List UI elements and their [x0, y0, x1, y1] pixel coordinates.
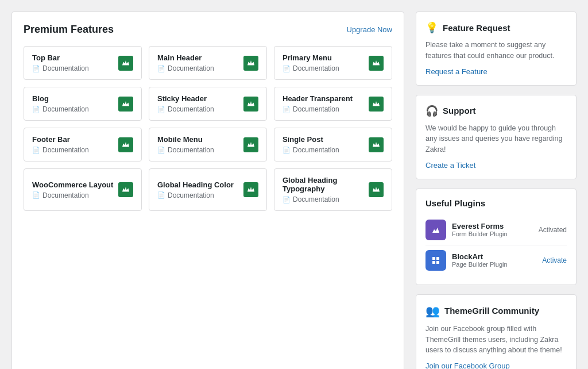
- feature-name: WooCommerce Layout: [32, 180, 113, 189]
- plugin-logo: [425, 250, 446, 271]
- doc-icon: 📄: [157, 106, 165, 113]
- feature-card-info: WooCommerce Layout 📄 Documentation: [32, 180, 113, 199]
- community-title: 👥 ThemeGrill Community: [425, 304, 567, 318]
- doc-icon: 📄: [283, 196, 291, 203]
- svg-rect-0: [432, 257, 435, 260]
- crown-icon: [122, 141, 130, 149]
- feature-doc: 📄 Documentation: [32, 105, 89, 113]
- feature-card: Global Heading Color 📄 Documentation: [149, 168, 267, 211]
- feature-name: Global Heading Typography: [283, 176, 369, 193]
- premium-badge: [369, 56, 384, 71]
- feature-doc: 📄 Documentation: [283, 146, 339, 154]
- premium-badge: [369, 137, 384, 152]
- plugin-info: BlockArt Page Builder Plugin: [452, 252, 536, 268]
- doc-icon: 📄: [283, 106, 291, 113]
- plugin-name: Everest Forms: [452, 222, 533, 230]
- premium-badge: [243, 182, 258, 197]
- plugin-logo: [425, 220, 446, 240]
- crown-icon: [372, 186, 380, 194]
- feature-request-desc: Please take a moment to suggest any feat…: [425, 40, 567, 62]
- feature-card-info: Top Bar 📄 Documentation: [32, 53, 89, 72]
- features-grid: Top Bar 📄 Documentation Main Header 📄 Do…: [24, 46, 392, 211]
- premium-badge: [243, 137, 258, 152]
- feature-doc: 📄 Documentation: [283, 195, 369, 203]
- upgrade-now-link[interactable]: Upgrade Now: [347, 25, 393, 34]
- doc-icon: 📄: [157, 65, 165, 72]
- svg-rect-3: [436, 261, 439, 264]
- svg-rect-2: [432, 261, 435, 264]
- crown-icon: [247, 186, 255, 194]
- useful-plugins-card: Useful Plugins Everest Forms Form Builde…: [416, 189, 577, 285]
- premium-badge: [118, 182, 133, 197]
- crown-icon: [372, 141, 380, 149]
- doc-icon: 📄: [157, 147, 165, 154]
- main-header: Premium Features Upgrade Now: [24, 24, 392, 36]
- plugin-activate-link[interactable]: Activate: [542, 256, 567, 264]
- feature-name: Main Header: [157, 53, 214, 62]
- crown-icon: [122, 59, 130, 67]
- feature-card: Single Post 📄 Documentation: [274, 128, 392, 162]
- crown-icon: [122, 186, 130, 194]
- feature-card-info: Single Post 📄 Documentation: [283, 135, 339, 154]
- feature-card-info: Primary Menu 📄 Documentation: [283, 53, 339, 72]
- request-feature-link[interactable]: Request a Feature: [425, 67, 488, 76]
- feature-doc: 📄 Documentation: [32, 146, 89, 154]
- feature-card: Mobile Menu 📄 Documentation: [149, 128, 267, 162]
- main-content: Premium Features Upgrade Now Top Bar 📄 D…: [11, 11, 404, 369]
- support-card: 🎧 Support We would be happy to guide you…: [416, 95, 577, 179]
- feature-name: Mobile Menu: [157, 135, 214, 144]
- crown-icon: [122, 100, 130, 108]
- feature-name: Global Heading Color: [157, 180, 234, 189]
- support-desc: We would be happy to guide you through a…: [425, 123, 567, 155]
- feature-card-info: Main Header 📄 Documentation: [157, 53, 214, 72]
- crown-icon: [372, 59, 380, 67]
- feature-card-info: Global Heading Typography 📄 Documentatio…: [283, 176, 369, 203]
- feature-card: WooCommerce Layout 📄 Documentation: [24, 168, 142, 211]
- feature-card: Footer Bar 📄 Documentation: [24, 128, 142, 162]
- feature-card: Global Heading Typography 📄 Documentatio…: [274, 168, 392, 211]
- crown-icon: [247, 141, 255, 149]
- crown-icon: [372, 100, 380, 108]
- plugin-info: Everest Forms Form Builder Plugin: [452, 222, 533, 237]
- premium-badge: [243, 97, 258, 112]
- community-card: 👥 ThemeGrill Community Join our Facebook…: [416, 294, 577, 369]
- doc-icon: 📄: [283, 147, 291, 154]
- feature-doc: 📄 Documentation: [157, 146, 214, 154]
- premium-badge: [118, 97, 133, 112]
- doc-icon: 📄: [32, 147, 40, 154]
- plugin-name: BlockArt: [452, 252, 536, 261]
- feature-card: Main Header 📄 Documentation: [149, 46, 267, 80]
- community-desc: Join our Facebook group filled with Them…: [425, 324, 567, 356]
- support-title: 🎧 Support: [425, 105, 567, 117]
- useful-plugins-title: Useful Plugins: [425, 198, 567, 208]
- feature-card-info: Sticky Header 📄 Documentation: [157, 94, 214, 113]
- plugins-list: Everest Forms Form Builder Plugin Activa…: [425, 215, 567, 275]
- feature-card: Sticky Header 📄 Documentation: [149, 87, 267, 121]
- bulb-icon: 💡: [425, 21, 438, 34]
- plugin-item: BlockArt Page Builder Plugin Activate: [425, 245, 567, 275]
- page-wrapper: Premium Features Upgrade Now Top Bar 📄 D…: [0, 0, 588, 369]
- doc-icon: 📄: [32, 191, 40, 199]
- crown-icon: [247, 100, 255, 108]
- feature-card-info: Global Heading Color 📄 Documentation: [157, 180, 234, 199]
- feature-doc: 📄 Documentation: [157, 191, 234, 199]
- feature-doc: 📄 Documentation: [283, 105, 353, 113]
- feature-doc: 📄 Documentation: [157, 105, 214, 113]
- facebook-group-link[interactable]: Join our Facebook Group: [425, 362, 510, 369]
- page-title: Premium Features: [24, 24, 114, 36]
- feature-name: Primary Menu: [283, 53, 339, 62]
- feature-doc: 📄 Documentation: [283, 64, 339, 72]
- premium-badge: [243, 56, 258, 71]
- sidebar: 💡 Feature Request Please take a moment t…: [416, 11, 577, 369]
- premium-badge: [118, 56, 133, 71]
- create-ticket-link[interactable]: Create a Ticket: [425, 161, 475, 170]
- feature-card: Top Bar 📄 Documentation: [24, 46, 142, 80]
- feature-doc: 📄 Documentation: [157, 64, 214, 72]
- svg-rect-1: [436, 257, 439, 260]
- premium-badge: [369, 182, 384, 197]
- feature-request-card: 💡 Feature Request Please take a moment t…: [416, 11, 577, 86]
- doc-icon: 📄: [283, 65, 291, 72]
- feature-card-info: Header Transparent 📄 Documentation: [283, 94, 353, 113]
- plugin-sub: Page Builder Plugin: [452, 261, 536, 268]
- plugin-status: Activated: [539, 226, 567, 234]
